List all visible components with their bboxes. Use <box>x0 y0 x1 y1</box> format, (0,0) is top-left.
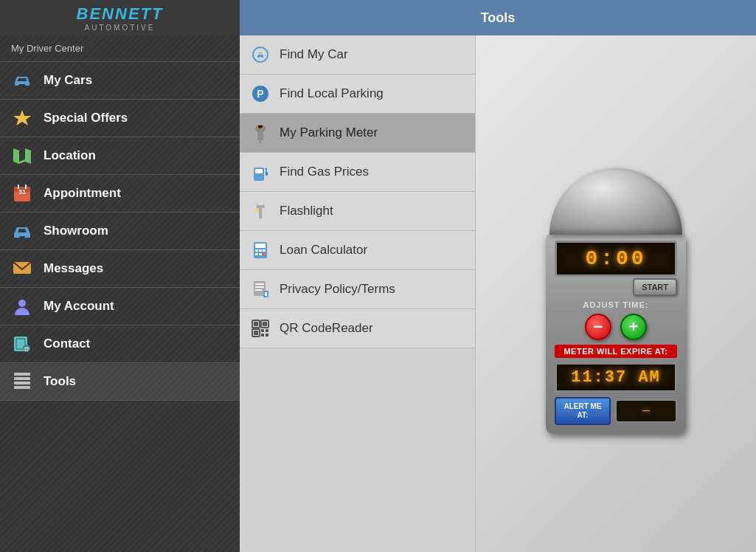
tool-label-my-parking-meter: My Parking Meter <box>280 125 378 140</box>
parking-icon: P <box>250 83 271 104</box>
expire-label: METER WILL EXPIRE AT: <box>555 345 677 358</box>
logo-area: BENNETT AUTOMOTIVE <box>0 0 240 35</box>
sidebar-item-contact[interactable]: @ Contact <box>0 325 240 363</box>
alert-value-display: — <box>615 399 677 423</box>
calendar-icon: 31 <box>11 182 33 204</box>
adjust-buttons-row: − + <box>555 314 677 340</box>
calculator-icon <box>250 240 271 261</box>
tools-icon <box>11 370 33 393</box>
svg-point-1 <box>25 83 28 86</box>
car-icon <box>11 69 33 92</box>
alert-me-button[interactable]: ALERT ME AT: <box>555 397 611 425</box>
sidebar-item-messages[interactable]: Messages <box>0 250 240 288</box>
svg-rect-36 <box>255 249 258 252</box>
app-header: BENNETT AUTOMOTIVE Tools <box>0 0 756 35</box>
svg-text:0:00: 0:00 <box>257 126 264 130</box>
sidebar-item-appointment[interactable]: 31 Appointment <box>0 175 240 213</box>
alert-row: ALERT ME AT: — <box>555 397 677 425</box>
sidebar-label-my-account: My Account <box>44 299 114 314</box>
tool-item-my-parking-meter[interactable]: 0:00 My Parking Meter <box>240 114 475 153</box>
svg-rect-32 <box>266 172 268 176</box>
tool-item-privacy-policy[interactable]: Privacy Policy/Terms <box>240 270 475 309</box>
svg-rect-45 <box>255 289 262 291</box>
svg-rect-40 <box>259 253 262 255</box>
sidebar-item-tools[interactable]: Tools <box>0 363 240 401</box>
sidebar-label-special-offers: Special Offers <box>44 111 128 125</box>
decrease-time-button[interactable]: − <box>585 314 611 340</box>
sidebar-item-showroom[interactable]: Showroom <box>0 213 240 250</box>
meter-body: 0:00 START ADJUST TIME: − + METER WILL E… <box>546 235 686 434</box>
tool-label-find-my-car: Find My Car <box>280 47 348 62</box>
svg-rect-57 <box>266 334 268 337</box>
tools-list: Find My Car P Find Local Parking 0:00 <box>240 35 476 552</box>
gas-icon <box>250 162 271 182</box>
main-layout: My Driver Center My Cars Special Offers … <box>0 35 756 552</box>
svg-rect-39 <box>255 253 258 255</box>
svg-rect-17 <box>14 382 30 384</box>
svg-rect-41 <box>263 253 266 255</box>
svg-point-9 <box>25 235 29 238</box>
flashlight-icon <box>250 201 271 221</box>
sidebar-label-appointment: Appointment <box>44 186 121 201</box>
parking-meter-icon: 0:00 <box>250 123 271 143</box>
qr-icon <box>250 318 271 339</box>
sidebar: My Driver Center My Cars Special Offers … <box>0 35 240 552</box>
svg-point-22 <box>262 57 263 58</box>
svg-rect-49 <box>254 322 258 326</box>
sidebar-item-location[interactable]: Location <box>0 137 240 175</box>
star-icon <box>11 107 33 129</box>
svg-point-8 <box>16 235 20 238</box>
svg-point-0 <box>16 83 19 86</box>
sidebar-label-messages: Messages <box>44 261 103 276</box>
sidebar-item-special-offers[interactable]: Special Offers <box>0 100 240 137</box>
svg-rect-38 <box>263 249 266 252</box>
messages-icon <box>11 258 33 280</box>
meter-dome <box>549 168 682 235</box>
logo-subtitle: AUTOMOTIVE <box>77 24 164 32</box>
svg-rect-37 <box>259 249 262 252</box>
sidebar-label-contact: Contact <box>44 337 90 351</box>
sidebar-label-showroom: Showroom <box>44 224 108 238</box>
policy-icon <box>250 279 271 300</box>
tool-item-loan-calculator[interactable]: Loan Calculator <box>240 231 475 270</box>
meter-container: 0:00 START ADJUST TIME: − + METER WILL E… <box>476 35 756 552</box>
svg-rect-47 <box>265 292 267 296</box>
svg-text:P: P <box>257 88 263 100</box>
sidebar-label-tools: Tools <box>44 374 76 389</box>
svg-point-33 <box>257 202 263 205</box>
tool-item-find-gas-prices[interactable]: Find Gas Prices <box>240 153 475 192</box>
parking-meter: 0:00 START ADJUST TIME: − + METER WILL E… <box>542 168 690 434</box>
svg-rect-28 <box>257 131 263 140</box>
svg-rect-16 <box>14 377 30 380</box>
sidebar-item-my-account[interactable]: My Account <box>0 288 240 325</box>
increase-time-button[interactable]: + <box>620 314 647 340</box>
sidebar-item-my-cars[interactable]: My Cars <box>0 62 240 100</box>
tool-label-qr-code: QR CodeReader <box>280 321 373 336</box>
svg-rect-31 <box>255 169 263 173</box>
svg-point-11 <box>18 300 26 307</box>
page-title: Tools <box>481 10 516 26</box>
meter-time-display: 0:00 <box>555 241 677 277</box>
logo-name: BENNETT <box>77 4 164 24</box>
svg-marker-2 <box>13 110 31 125</box>
svg-rect-54 <box>261 329 264 332</box>
tool-label-find-local-parking: Find Local Parking <box>280 86 384 101</box>
header-title-area: Tools <box>240 0 756 35</box>
tool-item-flashlight[interactable]: Flashlight <box>240 192 475 231</box>
account-icon <box>11 295 33 317</box>
adjust-time-label: ADJUST TIME: <box>555 300 677 309</box>
svg-rect-56 <box>261 334 264 337</box>
svg-point-21 <box>258 57 260 58</box>
tool-label-flashlight: Flashlight <box>280 204 333 218</box>
svg-rect-19 <box>14 373 30 376</box>
expire-time-display: 11:37 AM <box>555 362 677 393</box>
sidebar-label-my-cars: My Cars <box>44 73 92 88</box>
tool-item-find-local-parking[interactable]: P Find Local Parking <box>240 75 475 114</box>
tool-item-find-my-car[interactable]: Find My Car <box>240 35 475 75</box>
tool-label-privacy-policy: Privacy Policy/Terms <box>280 282 395 297</box>
map-icon <box>11 145 33 167</box>
tool-item-qr-code[interactable]: QR CodeReader <box>240 309 475 348</box>
meter-start-button[interactable]: START <box>633 278 677 296</box>
svg-rect-44 <box>255 286 264 288</box>
svg-rect-18 <box>14 386 30 389</box>
